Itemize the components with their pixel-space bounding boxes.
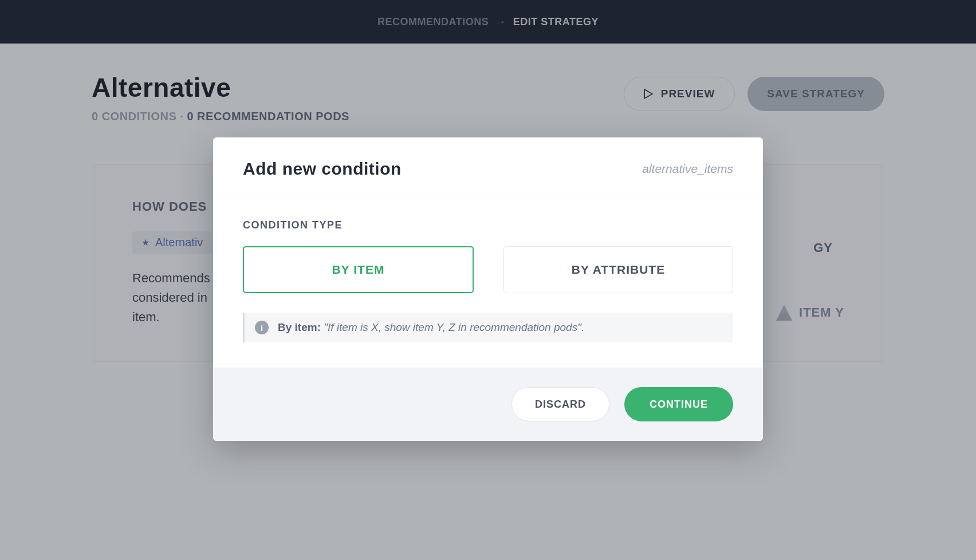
info-prefix: By item: [278, 321, 321, 333]
modal-slug: alternative_items [642, 162, 733, 176]
info-icon: i [255, 321, 269, 334]
info-example: "If item is X, show item Y, Z in recomme… [324, 321, 584, 333]
continue-button[interactable]: CONTINUE [624, 387, 733, 421]
discard-button[interactable]: DISCARD [511, 387, 609, 421]
modal-footer: DISCARD CONTINUE [213, 368, 763, 441]
info-panel: i By item: "If item is X, show item Y, Z… [243, 313, 733, 342]
option-by-item[interactable]: BY ITEM [243, 246, 474, 293]
modal-body: CONDITION TYPE BY ITEM BY ATTRIBUTE i By… [213, 195, 763, 368]
modal-header: Add new condition alternative_items [213, 137, 763, 195]
option-by-attribute[interactable]: BY ATTRIBUTE [503, 246, 733, 293]
add-condition-modal: Add new condition alternative_items COND… [213, 137, 763, 441]
condition-type-label: CONDITION TYPE [243, 219, 733, 231]
modal-title: Add new condition [243, 159, 402, 179]
